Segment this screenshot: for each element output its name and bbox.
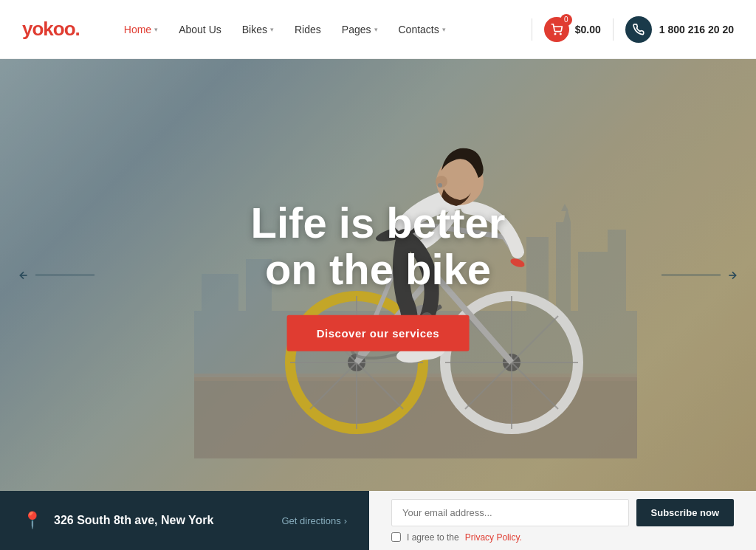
cart-icon-wrap: 0 — [544, 17, 569, 42]
chevron-down-icon: ▾ — [374, 26, 378, 33]
privacy-checkbox[interactable] — [391, 532, 401, 542]
svg-point-43 — [438, 183, 442, 188]
address-text: 326 South 8th ave, New York — [54, 514, 269, 527]
privacy-row: I agree to the Privacy Policy. — [391, 532, 734, 543]
phone-icon — [633, 24, 645, 35]
svg-point-1 — [560, 33, 560, 34]
chevron-down-icon: ▾ — [442, 26, 446, 33]
arrow-line — [662, 275, 721, 275]
hero-section: Life is better on the bike Discover our … — [0, 59, 756, 491]
header-right: 0 $0.00 1 800 216 20 20 — [532, 16, 734, 43]
phone-number: 1 800 216 20 20 — [659, 24, 734, 35]
get-directions-link[interactable]: Get directions › — [281, 515, 347, 526]
logo[interactable]: yokoo. — [22, 18, 80, 41]
main-nav: Home ▾ About Us Bikes ▾ Rides Pages ▾ Co… — [124, 24, 532, 35]
prev-slide-button[interactable] — [18, 269, 94, 281]
logo-dot: . — [75, 18, 80, 40]
cart-button[interactable]: 0 $0.00 — [544, 17, 601, 42]
subscribe-button[interactable]: Subscribe now — [636, 499, 734, 526]
logo-text: yokoo — [22, 18, 75, 40]
hero-content: Life is better on the bike Discover our … — [251, 199, 506, 351]
subscribe-section: Subscribe now I agree to the Privacy Pol… — [369, 491, 756, 550]
nav-item-bikes[interactable]: Bikes ▾ — [242, 24, 274, 35]
nav-item-pages[interactable]: Pages ▾ — [342, 24, 378, 35]
nav-item-about[interactable]: About Us — [179, 24, 221, 35]
chevron-down-icon: ▾ — [154, 26, 158, 33]
bottom-bar: 📍 326 South 8th ave, New York Get direct… — [0, 491, 756, 550]
cart-price: $0.00 — [575, 24, 601, 35]
subscribe-row: Subscribe now — [391, 499, 734, 526]
next-slide-button[interactable] — [662, 269, 738, 281]
cart-icon — [551, 24, 563, 35]
nav-item-contacts[interactable]: Contacts ▾ — [399, 24, 446, 35]
nav-item-rides[interactable]: Rides — [295, 24, 321, 35]
chevron-right-icon: › — [344, 515, 347, 526]
divider — [532, 18, 532, 41]
arrow-left-icon — [18, 269, 30, 281]
svg-rect-4 — [556, 222, 571, 311]
phone-button[interactable]: 1 800 216 20 20 — [625, 16, 734, 43]
chevron-down-icon: ▾ — [270, 26, 274, 33]
svg-point-0 — [554, 33, 555, 34]
arrow-line — [35, 275, 94, 275]
discover-services-button[interactable]: Discover our services — [287, 315, 469, 351]
svg-rect-7 — [202, 274, 238, 311]
svg-rect-6 — [608, 230, 626, 311]
arrow-right-icon — [726, 269, 738, 281]
nav-item-home[interactable]: Home ▾ — [124, 24, 158, 35]
location-icon: 📍 — [22, 511, 42, 530]
svg-rect-5 — [578, 252, 608, 311]
header: yokoo. Home ▾ About Us Bikes ▾ Rides Pag… — [0, 0, 756, 59]
address-section: 📍 326 South 8th ave, New York Get direct… — [0, 491, 369, 550]
privacy-policy-link[interactable]: Privacy Policy. — [465, 532, 522, 543]
divider — [613, 18, 614, 41]
svg-marker-10 — [561, 204, 568, 211]
email-input[interactable] — [391, 499, 629, 526]
phone-icon-wrap — [625, 16, 652, 43]
cart-badge: 0 — [560, 14, 572, 26]
hero-title: Life is better on the bike — [251, 199, 506, 293]
